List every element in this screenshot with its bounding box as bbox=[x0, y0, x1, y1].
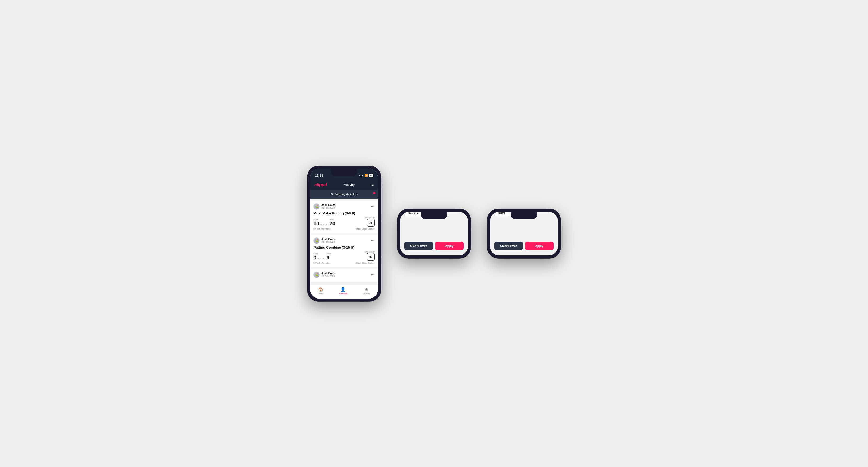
data-source-2: Data: Clippd Capture bbox=[356, 262, 375, 264]
score-label-2: Score bbox=[313, 253, 324, 255]
user-info-2: Josh Coles 28 Feb 2023 bbox=[321, 238, 335, 243]
clear-filters-btn-3[interactable]: Clear Filters bbox=[494, 242, 523, 250]
out-of-2: OUT OF bbox=[317, 258, 324, 260]
notch-3 bbox=[511, 212, 537, 219]
status-icons-1: ▲▲ 📶 33 bbox=[359, 174, 373, 177]
capture-icon-1: ⊕ bbox=[365, 287, 368, 292]
quality-col-1: Shot Quality 75 bbox=[365, 217, 375, 227]
shots-col-2: Shots 9 bbox=[327, 253, 331, 261]
card-header-3: ⛳ Josh Coles 28 Feb 2023 ••• bbox=[313, 272, 375, 278]
menu-icon-1[interactable]: ≡ bbox=[372, 183, 374, 187]
avatar-3: ⛳ bbox=[313, 272, 320, 278]
signal-icon: ▲▲ bbox=[359, 174, 364, 177]
viewing-label-1: Viewing Activities bbox=[335, 192, 358, 196]
avatar-icon-2: ⛳ bbox=[315, 239, 318, 242]
score-col-2: Score 0 OUT OF bbox=[313, 253, 324, 261]
out-of-1: OUT OF bbox=[320, 224, 327, 225]
notch-2 bbox=[421, 212, 447, 219]
capture-label-1: Capture bbox=[363, 292, 370, 295]
info-icon-2: ⓘ bbox=[313, 262, 315, 264]
putt-btn-3[interactable]: PUTT bbox=[494, 212, 509, 217]
phone-2-screen: 11:33 ▲▲ 📶 33 clippd Activity ≡ ⚙ Viewin… bbox=[400, 212, 468, 255]
nav-title-1: Activity bbox=[344, 183, 355, 187]
quality-badge-2: 45 bbox=[367, 253, 375, 261]
info-icon-1: ⓘ bbox=[313, 228, 315, 230]
user-date-2: 28 Feb 2023 bbox=[321, 241, 335, 243]
user-date-3: 28 Feb 2023 bbox=[321, 275, 335, 277]
user-name-1: Josh Coles bbox=[321, 204, 335, 207]
quality-label-1: Shot Quality bbox=[365, 217, 375, 219]
data-source-1: Data: Clippd Capture bbox=[356, 228, 375, 230]
viewing-banner-1[interactable]: ⚙ Viewing Activities bbox=[310, 190, 378, 198]
activities-label-1: Activities bbox=[339, 292, 347, 295]
quality-badge-1: 75 bbox=[367, 219, 375, 227]
score-value-1: 10 bbox=[313, 221, 319, 227]
card-user-2: ⛳ Josh Coles 28 Feb 2023 bbox=[313, 238, 335, 244]
card-header-1: ⛳ Josh Coles 28 Feb 2023 ••• bbox=[313, 204, 375, 210]
time-1: 11:33 bbox=[315, 174, 323, 178]
banner-dot-1 bbox=[373, 192, 375, 194]
quality-col-2: Shot Quality 45 bbox=[365, 251, 375, 261]
more-dots-3[interactable]: ••• bbox=[371, 273, 375, 277]
user-name-2: Josh Coles bbox=[321, 238, 335, 241]
wifi-icon: 📶 bbox=[365, 174, 368, 177]
apply-btn-3[interactable]: Apply bbox=[525, 242, 554, 250]
phone-3-screen: 11:33 ▲▲ 📶 33 clippd Activity ≡ ⚙ Viewin… bbox=[490, 212, 558, 255]
avatar-icon-1: ⛳ bbox=[315, 205, 318, 208]
quality-label-2: Shot Quality bbox=[365, 251, 375, 253]
score-col-1: Score 10 OUT OF bbox=[313, 219, 328, 227]
nav-home-1[interactable]: 🏠 Home bbox=[318, 287, 323, 295]
nav-activities-1[interactable]: 👤 Activities bbox=[339, 287, 347, 295]
phone-1-screen: 11:33 ▲▲ 📶 33 clippd Activity ≡ ⚙ Viewin… bbox=[310, 169, 378, 299]
card-user-1: ⛳ Josh Coles 28 Feb 2023 bbox=[313, 204, 335, 210]
user-name-3: Josh Coles bbox=[321, 272, 335, 275]
shots-label-2: Shots bbox=[327, 253, 331, 255]
activity-card-3[interactable]: ⛳ Josh Coles 28 Feb 2023 ••• bbox=[310, 269, 378, 282]
shots-value-2: 9 bbox=[327, 255, 331, 261]
card-header-2: ⛳ Josh Coles 28 Feb 2023 ••• bbox=[313, 238, 375, 244]
avatar-icon-3: ⛳ bbox=[315, 273, 318, 276]
avatar-2: ⛳ bbox=[313, 238, 320, 244]
activity-card-2[interactable]: ⛳ Josh Coles 28 Feb 2023 ••• Putting Com… bbox=[310, 235, 378, 267]
activity-list-1: ⛳ Josh Coles 28 Feb 2023 ••• Must Make P… bbox=[310, 198, 378, 284]
card-user-3: ⛳ Josh Coles 28 Feb 2023 bbox=[313, 272, 335, 278]
avatar-1: ⛳ bbox=[313, 204, 320, 210]
notch-1 bbox=[331, 169, 357, 176]
practice-btn-2[interactable]: Practice bbox=[404, 212, 423, 217]
score-label-1: Score bbox=[313, 219, 328, 221]
test-info-2: ⓘ Test Information bbox=[313, 262, 330, 264]
activities-icon-1: 👤 bbox=[340, 287, 346, 292]
clear-filters-btn-2[interactable]: Clear Filters bbox=[404, 242, 433, 250]
shots-col-1: Shots 20 bbox=[330, 219, 335, 227]
shots-label-1: Shots bbox=[330, 219, 335, 221]
logo-1: clippd bbox=[314, 183, 327, 187]
activity-card-1[interactable]: ⛳ Josh Coles 28 Feb 2023 ••• Must Make P… bbox=[310, 201, 378, 233]
battery-icon: 33 bbox=[369, 174, 373, 177]
more-dots-2[interactable]: ••• bbox=[371, 239, 375, 243]
bottom-nav-1: 🏠 Home 👤 Activities ⊕ Capture bbox=[310, 284, 378, 299]
card-footer-2: ⓘ Test Information Data: Clippd Capture bbox=[313, 262, 375, 264]
scene: 11:33 ▲▲ 📶 33 clippd Activity ≡ ⚙ Viewin… bbox=[291, 150, 577, 318]
apply-btn-2[interactable]: Apply bbox=[435, 242, 464, 250]
score-value-2: 0 bbox=[313, 255, 316, 261]
card-title-1: Must Make Putting (3-6 ft) bbox=[313, 211, 375, 215]
more-dots-1[interactable]: ••• bbox=[371, 205, 375, 209]
shots-value-1: 20 bbox=[330, 221, 335, 227]
phone-1: 11:33 ▲▲ 📶 33 clippd Activity ≡ ⚙ Viewin… bbox=[307, 165, 381, 302]
phone-2: 11:33 ▲▲ 📶 33 clippd Activity ≡ ⚙ Viewin… bbox=[397, 209, 471, 259]
nav-bar-1: clippd Activity ≡ bbox=[310, 180, 378, 190]
home-label-1: Home bbox=[318, 292, 323, 295]
nav-capture-1[interactable]: ⊕ Capture bbox=[363, 287, 370, 295]
modal-footer-3: Clear Filters Apply bbox=[494, 242, 554, 250]
test-info-1: ⓘ Test Information bbox=[313, 228, 330, 230]
card-footer-1: ⓘ Test Information Data: Clippd Capture bbox=[313, 228, 375, 230]
user-info-3: Josh Coles 28 Feb 2023 bbox=[321, 272, 335, 277]
home-icon-1: 🏠 bbox=[318, 287, 323, 292]
user-info-1: Josh Coles 28 Feb 2023 bbox=[321, 204, 335, 209]
phone-3: 11:33 ▲▲ 📶 33 clippd Activity ≡ ⚙ Viewin… bbox=[487, 209, 561, 259]
modal-footer-2: Clear Filters Apply bbox=[404, 242, 464, 250]
filter-icon-1: ⚙ bbox=[331, 192, 333, 196]
user-date-1: 28 Feb 2023 bbox=[321, 207, 335, 209]
card-title-2: Putting Combine (3-15 ft) bbox=[313, 245, 375, 249]
